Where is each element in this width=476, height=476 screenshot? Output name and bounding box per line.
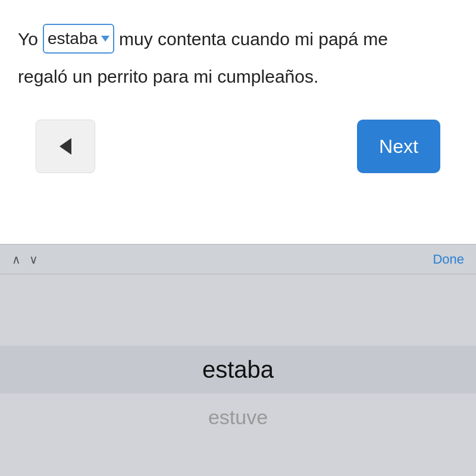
picker-up-button[interactable]: ∧ (12, 253, 21, 265)
picker-body: estaba estuve (0, 274, 476, 441)
picker-down-button[interactable]: ∨ (29, 253, 38, 265)
dropdown-selected-value: estaba (48, 26, 98, 51)
picker-item-estuve[interactable]: estuve (0, 393, 476, 441)
picker-column: estaba estuve (0, 346, 476, 441)
nav-button-row: Next (18, 108, 458, 185)
picker-section: ∧ ∨ Done estaba estuve (0, 244, 476, 476)
sentence-container: Yo estaba muy contenta cuando mi papá me… (18, 24, 458, 90)
done-button[interactable]: Done (433, 252, 464, 267)
picker-toolbar: ∧ ∨ Done (0, 245, 476, 274)
picker-item-estaba[interactable]: estaba (0, 346, 476, 393)
sentence-line1: Yo estaba muy contenta cuando mi papá me (18, 24, 388, 54)
question-area: Yo estaba muy contenta cuando mi papá me… (0, 0, 476, 250)
next-button[interactable]: Next (357, 120, 440, 173)
dropdown-arrow-icon (101, 36, 109, 42)
verb-dropdown[interactable]: estaba (43, 24, 114, 54)
word-rest-line1: muy contenta cuando mi papá me (119, 26, 388, 52)
back-button[interactable] (36, 120, 95, 173)
back-arrow-icon (60, 138, 71, 155)
word-yo: Yo (18, 26, 38, 52)
sentence-line2: regaló un perrito para mi cumpleaños. (18, 63, 318, 90)
next-label: Next (379, 136, 418, 158)
picker-nav: ∧ ∨ (12, 253, 38, 265)
